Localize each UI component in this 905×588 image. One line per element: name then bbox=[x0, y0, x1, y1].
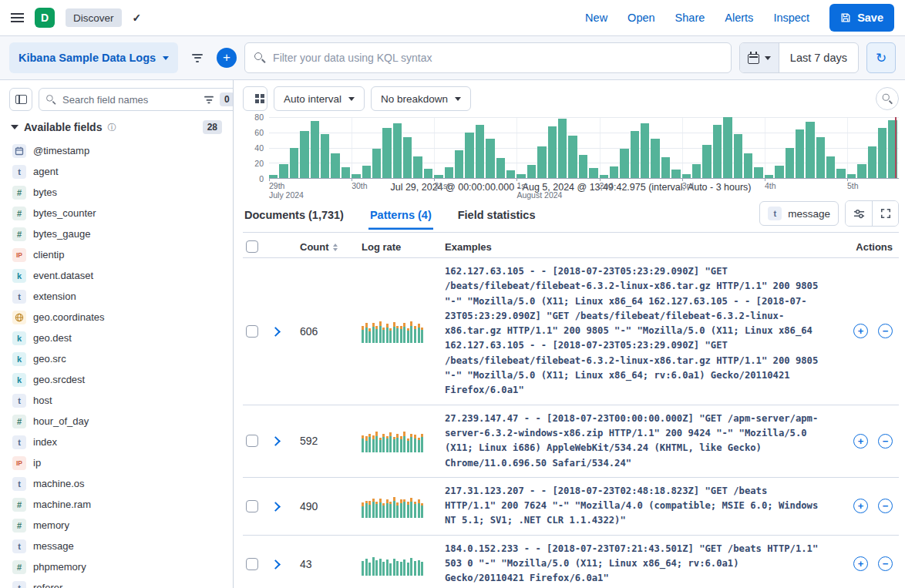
histogram-bar[interactable] bbox=[754, 167, 762, 178]
histogram-bar[interactable] bbox=[352, 174, 360, 178]
histogram-bar[interactable] bbox=[382, 128, 391, 178]
filter-for-pattern-button[interactable]: + bbox=[853, 324, 868, 338]
histogram-bar[interactable] bbox=[734, 134, 742, 178]
histogram-bar[interactable] bbox=[341, 167, 350, 178]
histogram-bar[interactable] bbox=[516, 174, 525, 178]
histogram-bar[interactable] bbox=[496, 158, 505, 178]
histogram-bar[interactable] bbox=[620, 149, 628, 178]
histogram-bar[interactable] bbox=[548, 126, 557, 178]
inspect-link[interactable]: Inspect bbox=[773, 12, 809, 24]
histogram-bar[interactable] bbox=[424, 169, 432, 178]
field-item-ip[interactable]: IPip bbox=[9, 452, 224, 473]
pattern-field-selector[interactable]: t message bbox=[759, 201, 839, 226]
new-link[interactable]: New bbox=[585, 12, 607, 24]
expand-row-icon[interactable] bbox=[271, 436, 281, 446]
histogram-bar[interactable] bbox=[847, 174, 856, 178]
share-link[interactable]: Share bbox=[675, 12, 705, 24]
histogram-bar[interactable] bbox=[445, 167, 453, 178]
field-item-clientip[interactable]: IPclientip bbox=[9, 244, 224, 265]
row-checkbox[interactable] bbox=[246, 500, 258, 512]
histogram-bar[interactable] bbox=[579, 155, 587, 178]
expand-row-icon[interactable] bbox=[271, 559, 281, 570]
histogram-bar[interactable] bbox=[362, 166, 371, 178]
field-search[interactable]: 0 bbox=[39, 88, 234, 111]
data-view-picker[interactable]: Kibana Sample Data Logs bbox=[9, 42, 178, 73]
tab-field-statistics[interactable]: Field statistics bbox=[456, 203, 537, 230]
collapse-sidebar-button[interactable] bbox=[9, 88, 32, 111]
field-item-referer[interactable]: treferer bbox=[9, 577, 224, 588]
field-item-machine.os[interactable]: tmachine.os bbox=[9, 473, 224, 494]
field-item-@timestamp[interactable]: @timestamp bbox=[9, 140, 224, 161]
histogram-bar[interactable] bbox=[403, 137, 412, 178]
saved-query-menu-button[interactable] bbox=[186, 44, 209, 72]
histogram-bar[interactable] bbox=[372, 149, 381, 178]
field-item-agent[interactable]: tagent bbox=[9, 161, 224, 182]
field-item-message[interactable]: tmessage bbox=[9, 536, 224, 556]
pattern-controls-button[interactable] bbox=[846, 201, 872, 226]
tab-documents[interactable]: Documents (1,731) bbox=[243, 203, 345, 230]
tab-patterns[interactable]: Patterns (4) bbox=[368, 203, 433, 230]
histogram-bar[interactable] bbox=[486, 139, 494, 178]
histogram-bar[interactable] bbox=[651, 139, 659, 178]
histogram-bar[interactable] bbox=[331, 153, 339, 178]
field-item-geo.dest[interactable]: kgeo.dest bbox=[9, 328, 224, 348]
field-item-bytes[interactable]: #bytes bbox=[9, 182, 224, 203]
field-item-host[interactable]: thost bbox=[9, 390, 224, 411]
kql-search-input[interactable] bbox=[273, 52, 722, 64]
histogram-bar[interactable] bbox=[589, 168, 597, 178]
histogram-bar[interactable] bbox=[455, 150, 463, 178]
field-item-geo.srcdest[interactable]: kgeo.srcdest bbox=[9, 369, 224, 390]
histogram-bar[interactable] bbox=[671, 170, 680, 178]
row-checkbox[interactable] bbox=[246, 435, 258, 447]
histogram-bar[interactable] bbox=[868, 146, 876, 178]
expand-row-icon[interactable] bbox=[271, 502, 281, 512]
field-item-event.dataset[interactable]: kevent.dataset bbox=[9, 265, 224, 286]
histogram-bar[interactable] bbox=[723, 117, 732, 178]
histogram-bar[interactable] bbox=[311, 121, 319, 178]
alerts-link[interactable]: Alerts bbox=[725, 12, 753, 24]
histogram-bar[interactable] bbox=[610, 166, 618, 178]
space-avatar[interactable]: D bbox=[35, 8, 55, 28]
breadcrumb[interactable]: Discover bbox=[66, 8, 122, 27]
histogram-bar[interactable] bbox=[692, 164, 701, 178]
field-search-input[interactable] bbox=[62, 94, 198, 106]
field-item-geo.coordinates[interactable]: geo.coordinates bbox=[9, 307, 224, 328]
histogram-bar[interactable] bbox=[600, 175, 608, 178]
edit-visualization-button[interactable] bbox=[243, 86, 267, 111]
refresh-button[interactable]: ↻ bbox=[866, 42, 896, 73]
histogram-bar[interactable] bbox=[744, 153, 752, 178]
breakdown-select[interactable]: No breakdown bbox=[371, 86, 471, 111]
histogram-bar[interactable] bbox=[816, 137, 825, 178]
count-column-header[interactable]: Count bbox=[300, 241, 358, 253]
histogram-bar[interactable] bbox=[878, 128, 886, 178]
select-all-checkbox[interactable] bbox=[246, 240, 258, 253]
search-session-button[interactable] bbox=[876, 87, 899, 110]
filter-out-pattern-button[interactable]: − bbox=[878, 434, 893, 449]
histogram-bar[interactable] bbox=[393, 123, 402, 178]
histogram-bar[interactable] bbox=[765, 175, 773, 178]
filter-for-pattern-button[interactable]: + bbox=[853, 556, 868, 571]
histogram-bar[interactable] bbox=[713, 125, 722, 178]
histogram-bar[interactable] bbox=[796, 129, 804, 178]
add-filter-button[interactable]: + bbox=[217, 48, 237, 68]
histogram-bar[interactable] bbox=[537, 146, 546, 178]
field-item-bytes_counter[interactable]: #bytes_counter bbox=[9, 203, 224, 223]
field-item-bytes_gauge[interactable]: #bytes_gauge bbox=[9, 223, 224, 244]
histogram-bar[interactable] bbox=[321, 134, 329, 178]
histogram-bar[interactable] bbox=[279, 164, 288, 178]
row-checkbox[interactable] bbox=[246, 558, 258, 570]
field-item-extension[interactable]: textension bbox=[9, 286, 224, 307]
save-button[interactable]: Save bbox=[829, 4, 894, 32]
time-range-button[interactable]: Last 7 days bbox=[779, 43, 858, 72]
date-quick-menu-button[interactable] bbox=[740, 43, 779, 72]
row-checkbox[interactable] bbox=[246, 325, 258, 338]
histogram-bar[interactable] bbox=[641, 123, 649, 178]
filter-for-pattern-button[interactable]: + bbox=[853, 499, 868, 513]
histogram-bar[interactable] bbox=[413, 156, 422, 178]
histogram-bar[interactable] bbox=[661, 157, 670, 178]
histogram-bar[interactable] bbox=[682, 174, 691, 178]
filter-out-pattern-button[interactable]: − bbox=[878, 556, 893, 571]
histogram-bar[interactable] bbox=[434, 175, 442, 178]
histogram-bar[interactable] bbox=[631, 131, 639, 178]
open-link[interactable]: Open bbox=[627, 12, 654, 24]
